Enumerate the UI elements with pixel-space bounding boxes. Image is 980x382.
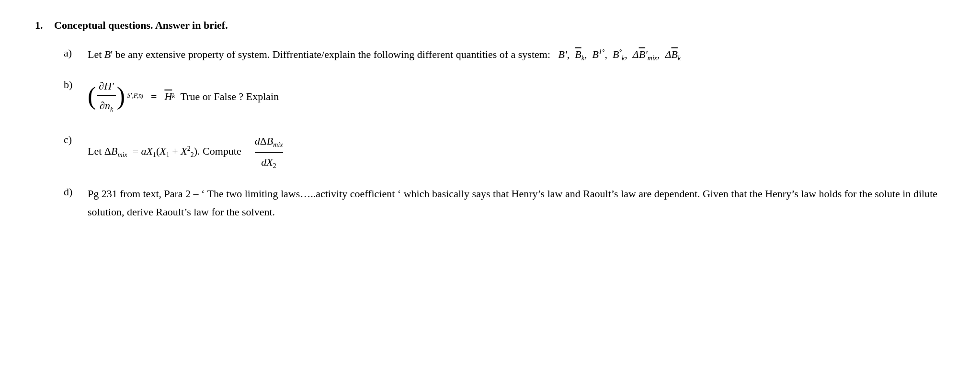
fraction-dABmix: dΔBmix dX2 [255, 133, 283, 172]
H-bar: H [164, 88, 172, 105]
fraction-denominator: dX2 [261, 153, 276, 172]
question-header: 1. Conceptual questions. Answer in brief… [35, 19, 945, 32]
sub-b-label: b) [64, 78, 88, 91]
sub-d-text: Pg 231 from text, Para 2 – ‘ The two lim… [88, 188, 937, 217]
sub-a-content: Let B' be any extensive property of syst… [88, 46, 945, 64]
question-text: Conceptual questions. Answer in brief. [54, 19, 228, 32]
sub-c-intro: Let ΔBmix [88, 145, 127, 157]
sub-b-equation-row: ( ∂H' ∂nk ) S',P,nj [88, 78, 945, 115]
H-subscript-k: k [172, 91, 175, 101]
close-paren: ) [117, 84, 125, 109]
sub-c-equation: = aX1(X1 + X22). Compute [130, 145, 244, 157]
sub-questions: a) Let B' be any extensive property of s… [64, 46, 945, 221]
partial-denominator: ∂nk [98, 96, 115, 115]
sub-a-quantities: B', Bk, B1°, B°k, ΔB'mix, ΔBk [558, 48, 681, 60]
open-paren: ( [88, 84, 96, 109]
true-or-false-text: True or False ? Explain [180, 88, 279, 105]
partial-numerator: ∂H' [97, 78, 115, 96]
partial-derivative: ∂H' ∂nk [97, 78, 115, 115]
equals-sign: = [151, 88, 157, 105]
sub-a-label: a) [64, 46, 88, 59]
main-content: 1. Conceptual questions. Answer in brief… [35, 19, 945, 221]
sub-a-intro: Let B' be any extensive property of syst… [88, 48, 556, 60]
question-number: 1. [35, 19, 49, 32]
sub-c-content: Let ΔBmix = aX1(X1 + X22). Compute dΔBmi… [88, 133, 945, 172]
sub-question-d: d) Pg 231 from text, Para 2 – ‘ The two … [64, 185, 945, 221]
fraction-numerator: dΔBmix [255, 133, 283, 153]
sub-question-a: a) Let B' be any extensive property of s… [64, 46, 945, 64]
sub-question-b: b) ( ∂H' ∂nk ) [64, 78, 945, 119]
sub-b-content: ( ∂H' ∂nk ) S',P,nj [88, 78, 945, 119]
sub-question-c: c) Let ΔBmix = aX1(X1 + X22). Compute dΔ… [64, 133, 945, 172]
conditions-text: S',P,nj [127, 92, 143, 100]
sub-c-label: c) [64, 133, 88, 146]
subscript-conditions: S',P,nj [127, 92, 143, 100]
sub-d-content: Pg 231 from text, Para 2 – ‘ The two lim… [88, 185, 945, 221]
sub-d-label: d) [64, 185, 88, 198]
